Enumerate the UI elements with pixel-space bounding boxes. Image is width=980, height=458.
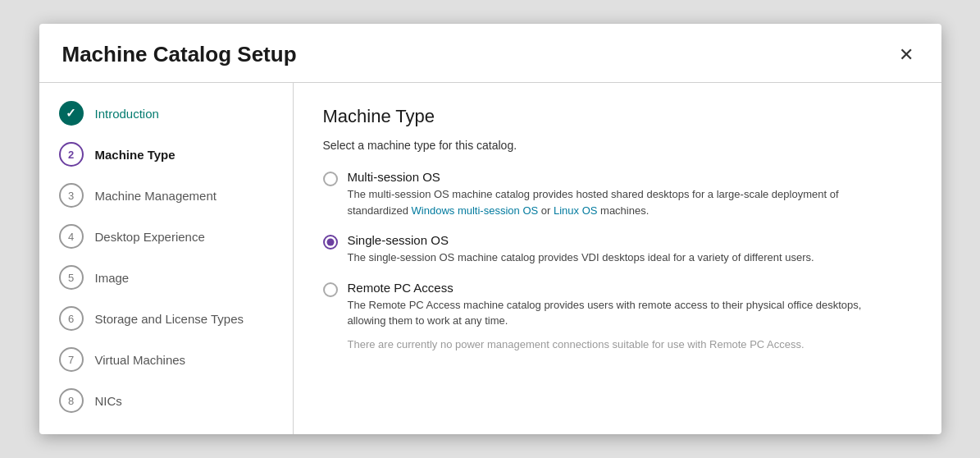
remote-pc-content: Remote PC Access The Remote PC Access ma…: [348, 281, 873, 353]
sidebar: ✓ Introduction 2 Machine Type 3 Machine …: [39, 83, 294, 434]
single-session-option: Single-session OS The single-session OS …: [323, 233, 912, 266]
step-number-6: 6: [68, 313, 74, 325]
sidebar-item-nics[interactable]: 8 NICs: [39, 380, 293, 421]
sidebar-item-virtual-machines[interactable]: 7 Virtual Machines: [39, 339, 293, 380]
sidebar-item-desktop-experience[interactable]: 4 Desktop Experience: [39, 216, 293, 257]
checkmark-icon: ✓: [66, 106, 76, 121]
machine-catalog-dialog: Machine Catalog Setup ✕ ✓ Introduction 2…: [39, 24, 941, 434]
close-button[interactable]: ✕: [894, 44, 918, 66]
sidebar-label-desktop-experience: Desktop Experience: [95, 230, 205, 244]
sidebar-label-nics: NICs: [95, 394, 122, 408]
multi-session-option: Multi-session OS The multi-session OS ma…: [323, 170, 912, 218]
remote-pc-option: Remote PC Access The Remote PC Access ma…: [323, 281, 912, 353]
step-indicator-2: 2: [59, 142, 84, 167]
section-title: Machine Type: [323, 106, 912, 127]
section-subtitle: Select a machine type for this catalog.: [323, 139, 912, 152]
step-indicator-5: 5: [59, 265, 84, 290]
remote-pc-label[interactable]: Remote PC Access: [348, 281, 873, 295]
remote-pc-description: The Remote PC Access machine catalog pro…: [348, 297, 873, 329]
step-indicator-3: 3: [59, 183, 84, 208]
step-number-8: 8: [68, 395, 74, 407]
step-indicator-4: 4: [59, 224, 84, 249]
sidebar-item-image[interactable]: 5 Image: [39, 257, 293, 298]
step-indicator-7: 7: [59, 347, 84, 372]
step-number-5: 5: [68, 272, 74, 284]
remote-pc-warning: There are currently no power management …: [348, 337, 823, 353]
sidebar-label-virtual-machines: Virtual Machines: [95, 353, 186, 367]
sidebar-label-storage-license: Storage and License Types: [95, 312, 244, 326]
step-number-4: 4: [68, 231, 74, 243]
step-indicator-6: 6: [59, 306, 84, 331]
step-number-2: 2: [68, 149, 74, 161]
sidebar-label-machine-management: Machine Management: [95, 189, 217, 203]
step-indicator-1: ✓: [59, 101, 84, 126]
step-indicator-8: 8: [59, 388, 84, 413]
step-number-7: 7: [68, 354, 74, 366]
dialog-header: Machine Catalog Setup ✕: [39, 24, 941, 83]
step-number-3: 3: [68, 190, 74, 202]
dialog-title: Machine Catalog Setup: [62, 42, 297, 67]
multi-session-label[interactable]: Multi-session OS: [348, 170, 873, 184]
sidebar-label-machine-type: Machine Type: [95, 148, 175, 162]
sidebar-label-image: Image: [95, 271, 130, 285]
sidebar-item-machine-type[interactable]: 2 Machine Type: [39, 134, 293, 175]
machine-type-radio-group: Multi-session OS The multi-session OS ma…: [323, 170, 912, 352]
remote-pc-radio[interactable]: [323, 282, 338, 297]
single-session-description: The single-session OS machine catalog pr…: [348, 250, 814, 266]
single-session-radio[interactable]: [323, 235, 338, 250]
single-session-content: Single-session OS The single-session OS …: [348, 233, 814, 266]
dialog-body: ✓ Introduction 2 Machine Type 3 Machine …: [39, 83, 941, 434]
multi-session-radio[interactable]: [323, 172, 338, 186]
main-content: Machine Type Select a machine type for t…: [294, 83, 941, 434]
multi-session-description: The multi-session OS machine catalog pro…: [348, 186, 873, 218]
single-session-label[interactable]: Single-session OS: [348, 233, 814, 247]
sidebar-item-storage-license[interactable]: 6 Storage and License Types: [39, 298, 293, 339]
multi-session-content: Multi-session OS The multi-session OS ma…: [348, 170, 873, 218]
sidebar-item-machine-management[interactable]: 3 Machine Management: [39, 175, 293, 216]
sidebar-label-introduction: Introduction: [95, 107, 159, 121]
sidebar-item-introduction[interactable]: ✓ Introduction: [39, 93, 293, 134]
